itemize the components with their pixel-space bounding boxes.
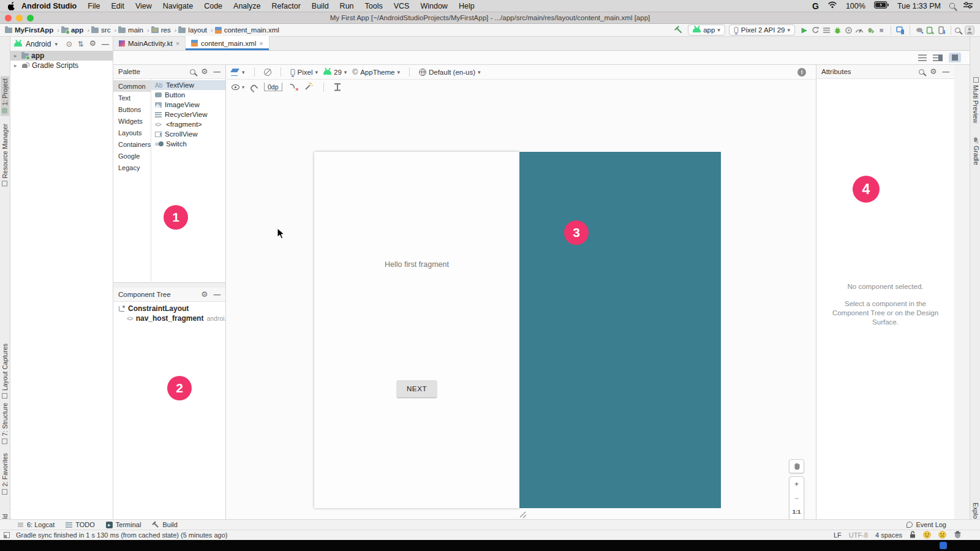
component-tree-gear-icon[interactable]: ⚙ [201, 291, 208, 299]
stop-button[interactable]: ■ [876, 24, 887, 36]
device-dropdown[interactable]: Pixel 2 API 29▾ [729, 24, 795, 36]
issue-panel-icon[interactable]: ! [797, 68, 806, 77]
menu-view[interactable]: View [130, 2, 157, 10]
palette-category-legacy[interactable]: Legacy [113, 162, 151, 173]
build-hammer-icon[interactable] [673, 24, 684, 36]
hello-fragment-text[interactable]: Hello first fragment [314, 260, 519, 269]
tool-window-switcher-icon[interactable] [4, 532, 10, 538]
debug-icon[interactable] [832, 24, 843, 36]
orientation-icon[interactable] [264, 69, 271, 76]
line-ending-indicator[interactable]: LF [834, 531, 842, 539]
hide-panel-icon[interactable]: — [102, 40, 109, 48]
breadcrumb-project[interactable]: MyFirstApp [5, 26, 53, 34]
close-tab-icon[interactable]: × [176, 40, 179, 47]
palette-category-widgets[interactable]: Widgets [113, 115, 151, 127]
device-manager-icon[interactable] [895, 24, 906, 36]
attach-debugger-icon[interactable] [843, 24, 854, 36]
palette-item-textview[interactable]: AbTextView [151, 80, 225, 90]
attributes-minimize-icon[interactable]: — [943, 68, 950, 75]
control-center-icon[interactable] [963, 2, 973, 10]
tool-strip-favorites[interactable]: 2: Favorites [1, 451, 9, 497]
menu-analyze[interactable]: Analyze [228, 2, 266, 10]
palette-search-icon[interactable] [190, 69, 195, 75]
menu-build[interactable]: Build [306, 2, 334, 10]
encoding-indicator[interactable]: UTF-8 [849, 531, 868, 539]
close-window-button[interactable] [5, 15, 12, 21]
design-surface-dropdown[interactable]: ▾ [231, 69, 245, 76]
menu-vcs[interactable]: VCS [388, 2, 415, 10]
menu-window[interactable]: Window [415, 2, 453, 10]
wifi-icon[interactable] [827, 1, 837, 10]
tool-strip-project[interactable]: 1: Project [1, 76, 9, 116]
breadcrumb-src[interactable]: src [91, 26, 110, 34]
menubar-clock[interactable]: Tue 1:33 PM [897, 2, 941, 10]
palette-item-recyclerview[interactable]: RecyclerView [151, 110, 225, 119]
palette-item-fragment[interactable]: <><fragment> [151, 119, 225, 129]
zoom-ratio-button[interactable]: 1:1 [793, 508, 801, 515]
tool-strip-structure[interactable]: 7: Structure [1, 400, 9, 446]
default-margin-dropdown[interactable]: 0dp [264, 83, 282, 91]
run-config-dropdown[interactable]: app▾ [688, 24, 725, 36]
spotlight-search-icon[interactable] [949, 3, 955, 9]
google-account-icon[interactable]: G [812, 1, 819, 11]
panel-divider[interactable] [113, 283, 226, 288]
palette-item-scrollview[interactable]: ScrollView [151, 129, 225, 139]
breadcrumb-main[interactable]: main [118, 26, 143, 34]
zoom-out-button[interactable]: − [794, 494, 799, 503]
coverage-icon[interactable] [821, 24, 832, 36]
inspector-icon[interactable] [954, 531, 962, 540]
palette-category-layouts[interactable]: Layouts [113, 127, 151, 138]
breadcrumb-layout[interactable]: layout [178, 26, 207, 34]
palette-item-button[interactable]: Button [151, 90, 225, 100]
palette-category-buttons[interactable]: Buttons [113, 103, 151, 115]
split-view-icon[interactable] [933, 54, 943, 61]
tool-strip-resource-manager[interactable]: Resource Manager [1, 121, 9, 189]
menu-help[interactable]: Help [453, 2, 480, 10]
palette-gear-icon[interactable]: ⚙ [201, 68, 208, 76]
locale-dropdown[interactable]: Default (en-us)▾ [419, 69, 481, 76]
palette-minimize-icon[interactable]: — [214, 68, 221, 75]
project-view-dropdown[interactable]: Android [26, 40, 51, 48]
palette-category-text[interactable]: Text [113, 92, 151, 103]
profiler-icon[interactable] [854, 24, 865, 36]
menu-tools[interactable]: Tools [360, 2, 388, 10]
lock-icon[interactable] [910, 531, 916, 539]
tool-strip-layout-captures[interactable]: Layout Captures [1, 341, 9, 401]
search-everywhere-icon[interactable] [955, 28, 960, 33]
toolwindow-logcat[interactable]: 6: Logcat [17, 521, 55, 528]
menu-refactor[interactable]: Refactor [266, 2, 306, 10]
next-button[interactable]: NEXT [397, 380, 437, 397]
event-log-button[interactable]: Event Log [907, 521, 946, 528]
expand-arrow-icon[interactable]: ▸ [14, 53, 19, 59]
blueprint-preview[interactable] [519, 152, 721, 508]
infer-constraints-wand-icon[interactable] [304, 82, 313, 92]
happy-feedback-icon[interactable] [923, 531, 931, 540]
dock-app-icon[interactable] [940, 542, 947, 549]
palette-item-imageview[interactable]: ImageView [151, 100, 225, 110]
locate-file-icon[interactable]: ⊙ [66, 40, 72, 48]
menu-code[interactable]: Code [198, 2, 228, 10]
autoconnect-magnet-icon[interactable] [250, 83, 259, 92]
profile-avatar-icon[interactable] [964, 24, 975, 36]
apply-changes-icon[interactable] [810, 24, 821, 36]
project-settings-gear-icon[interactable]: ⚙ [89, 40, 96, 48]
theme-dropdown[interactable]: ©AppTheme▾ [352, 68, 400, 77]
design-canvas[interactable]: Hello first fragment NEXT + − 1:1 [226, 94, 816, 519]
component-tree-minimize-icon[interactable]: — [214, 291, 221, 298]
menu-navigate[interactable]: Navigate [157, 2, 198, 10]
tool-strip-multi-preview[interactable]: Multi Preview [971, 75, 980, 126]
breadcrumb-file[interactable]: content_main.xml [215, 26, 279, 34]
menu-edit[interactable]: Edit [105, 2, 130, 10]
zoom-window-button[interactable] [27, 15, 34, 21]
project-tree-app[interactable]: ▸ app [10, 51, 113, 61]
collapse-all-icon[interactable]: ⇅ [78, 40, 84, 48]
menu-android-studio[interactable]: Android Studio [16, 2, 82, 10]
breadcrumb-app[interactable]: app [61, 26, 83, 34]
attributes-gear-icon[interactable]: ⚙ [930, 68, 937, 76]
palette-category-google[interactable]: Google [113, 150, 151, 162]
palette-category-common[interactable]: Common [113, 80, 151, 92]
palette-category-containers[interactable]: Containers [113, 138, 151, 150]
indent-indicator[interactable]: 4 spaces [875, 531, 902, 539]
tab-mainactivity[interactable]: MainActivity.kt × [113, 36, 186, 50]
sad-feedback-icon[interactable] [938, 531, 946, 540]
